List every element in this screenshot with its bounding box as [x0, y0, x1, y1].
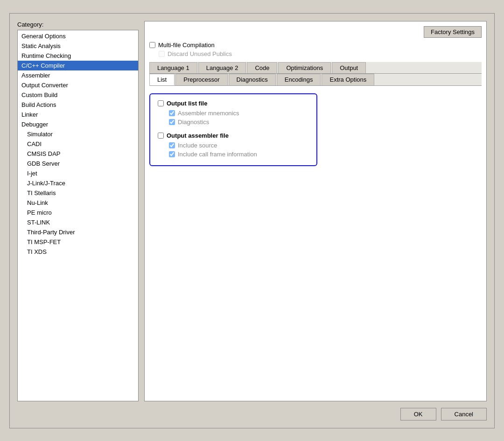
tab-language2[interactable]: Language 2 [198, 62, 246, 73]
tab-optimizations[interactable]: Optimizations [278, 62, 331, 73]
tab-code[interactable]: Code [247, 62, 277, 73]
assembler-mnemonics-row: Assembler mnemonics [169, 110, 309, 117]
cancel-button[interactable]: Cancel [441, 408, 487, 420]
sidebar-item-ti-xds[interactable]: TI XDS [18, 247, 138, 257]
sidebar-item-debugger[interactable]: Debugger [18, 119, 138, 129]
discard-checkbox[interactable] [159, 51, 165, 57]
main-dialog: Category: General Options Static Analysi… [9, 13, 495, 428]
tab-encodings[interactable]: Encodings [277, 74, 321, 85]
sidebar-item-c-cpp-compiler[interactable]: C/C++ Compiler [18, 61, 138, 70]
multifile-checkbox[interactable] [149, 42, 155, 48]
sidebar-item-runtime-checking[interactable]: Runtime Checking [18, 51, 138, 61]
include-source-row: Include source [169, 142, 309, 149]
sidebar-item-general-options[interactable]: General Options [18, 31, 138, 41]
left-panel: Category: General Options Static Analysi… [17, 21, 139, 401]
sidebar-item-static-analysis[interactable]: Static Analysis [18, 41, 138, 51]
right-top: Factory Settings [149, 26, 482, 38]
right-panel: Factory Settings Multi-file Compilation … [144, 21, 487, 401]
sidebar-item-jlink-jtrace[interactable]: J-Link/J-Trace [18, 178, 138, 188]
tab-row-2: List Preprocessor Diagnostics Encodings … [149, 74, 482, 86]
include-source-label: Include source [178, 142, 217, 149]
blue-box: Output list file Assembler mnemonics Dia… [149, 93, 317, 166]
content-area: Output list file Assembler mnemonics Dia… [149, 90, 482, 396]
discard-row: Discard Unused Publics [159, 50, 482, 57]
tab-row-1: Language 1 Language 2 Code Optimizations… [149, 62, 482, 74]
tab-language1[interactable]: Language 1 [149, 62, 197, 73]
sidebar-item-linker[interactable]: Linker [18, 110, 138, 119]
diagnostics-checkbox[interactable] [169, 119, 175, 125]
sidebar-item-st-link[interactable]: ST-LINK [18, 217, 138, 227]
tab-list[interactable]: List [149, 74, 175, 85]
sidebar-item-ti-msp-fet[interactable]: TI MSP-FET [18, 237, 138, 247]
output-assembler-file-checkbox[interactable] [158, 133, 164, 139]
include-source-checkbox[interactable] [169, 142, 175, 148]
sidebar-item-nu-link[interactable]: Nu-Link [18, 198, 138, 208]
tab-diagnostics[interactable]: Diagnostics [229, 74, 276, 85]
sidebar-item-cadi[interactable]: CADI [18, 139, 138, 149]
include-call-frame-checkbox[interactable] [169, 151, 175, 157]
sidebar-item-gdb-server[interactable]: GDB Server [18, 159, 138, 168]
factory-settings-button[interactable]: Factory Settings [424, 26, 482, 38]
discard-label: Discard Unused Publics [168, 50, 232, 57]
ok-button[interactable]: OK [400, 408, 436, 420]
sidebar-item-i-jet[interactable]: I-jet [18, 168, 138, 178]
category-list: General Options Static Analysis Runtime … [17, 30, 139, 401]
sidebar-item-output-converter[interactable]: Output Converter [18, 80, 138, 90]
assembler-mnemonics-label: Assembler mnemonics [178, 110, 239, 117]
include-call-frame-row: Include call frame information [169, 151, 309, 158]
output-assembler-file-row: Output assembler file [158, 132, 309, 139]
output-assembler-file-label: Output assembler file [167, 132, 229, 139]
sidebar-item-custom-build[interactable]: Custom Build [18, 90, 138, 100]
dialog-body: Category: General Options Static Analysi… [17, 21, 487, 401]
include-call-frame-label: Include call frame information [178, 151, 257, 158]
tab-extra-options[interactable]: Extra Options [322, 74, 374, 85]
sidebar-item-build-actions[interactable]: Build Actions [18, 100, 138, 110]
sidebar-item-simulator[interactable]: Simulator [18, 129, 138, 139]
sidebar-item-ti-stellaris[interactable]: TI Stellaris [18, 188, 138, 198]
assembler-mnemonics-checkbox[interactable] [169, 110, 175, 116]
dialog-footer: OK Cancel [17, 401, 487, 420]
sidebar-item-third-party-driver[interactable]: Third-Party Driver [18, 227, 138, 237]
sidebar-item-assembler[interactable]: Assembler [18, 70, 138, 80]
sidebar-item-cmsis-dap[interactable]: CMSIS DAP [18, 149, 138, 159]
output-list-file-checkbox[interactable] [158, 100, 164, 106]
category-label: Category: [17, 21, 139, 28]
tab-preprocessor[interactable]: Preprocessor [175, 74, 227, 85]
sidebar-item-pe-micro[interactable]: PE micro [18, 208, 138, 217]
diagnostics-sub-row: Diagnostics [169, 119, 309, 126]
output-list-file-label: Output list file [167, 100, 207, 107]
tab-output[interactable]: Output [332, 62, 366, 73]
diagnostics-label: Diagnostics [178, 119, 209, 126]
output-list-file-row: Output list file [158, 100, 309, 107]
multifile-row: Multi-file Compilation [149, 42, 482, 49]
multifile-label: Multi-file Compilation [158, 42, 215, 49]
